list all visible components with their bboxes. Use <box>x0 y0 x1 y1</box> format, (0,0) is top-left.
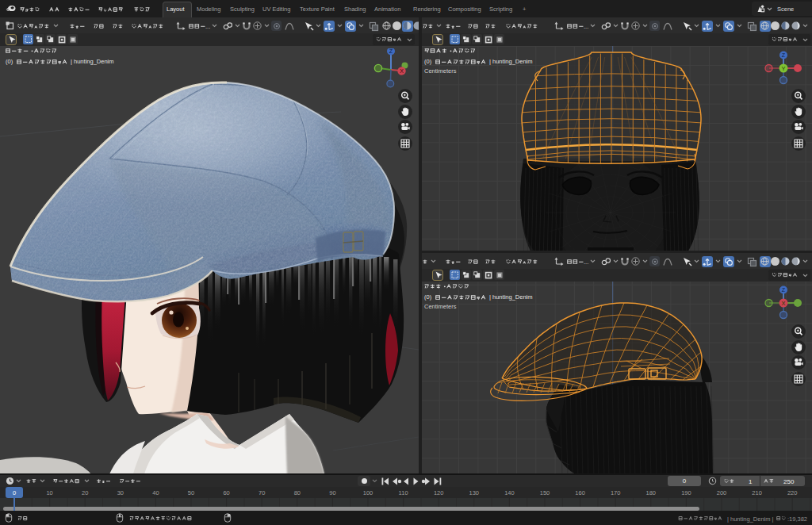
svg-text:Z: Z <box>782 52 786 58</box>
svg-text:Y: Y <box>781 65 785 72</box>
svg-text:X: X <box>400 68 404 74</box>
svg-text:Z: Z <box>782 287 786 293</box>
svg-text:X: X <box>781 300 785 307</box>
svg-text:Z: Z <box>389 48 393 54</box>
